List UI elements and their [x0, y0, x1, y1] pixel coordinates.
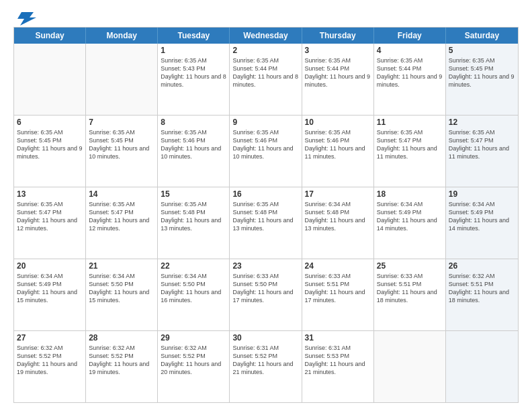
day-info: Sunrise: 6:35 AM Sunset: 5:46 PM Dayligh…	[232, 128, 298, 161]
day-number: 14	[89, 189, 154, 199]
day-info: Sunrise: 6:34 AM Sunset: 5:49 PM Dayligh…	[17, 272, 83, 305]
calendar-week-5: 27Sunrise: 6:32 AM Sunset: 5:52 PM Dayli…	[14, 331, 518, 402]
calendar-cell: 5Sunrise: 6:35 AM Sunset: 5:45 PM Daylig…	[446, 44, 518, 115]
day-info: Sunrise: 6:32 AM Sunset: 5:52 PM Dayligh…	[17, 344, 83, 377]
calendar-cell: 22Sunrise: 6:34 AM Sunset: 5:50 PM Dayli…	[158, 259, 230, 330]
logo-icon	[15, 11, 36, 26]
calendar-cell	[14, 44, 86, 115]
day-info: Sunrise: 6:34 AM Sunset: 5:50 PM Dayligh…	[89, 272, 154, 305]
day-info: Sunrise: 6:33 AM Sunset: 5:51 PM Dayligh…	[377, 272, 443, 305]
calendar-cell: 20Sunrise: 6:34 AM Sunset: 5:49 PM Dayli…	[14, 259, 86, 330]
day-number: 13	[17, 189, 83, 199]
calendar-cell: 7Sunrise: 6:35 AM Sunset: 5:45 PM Daylig…	[86, 116, 158, 187]
day-info: Sunrise: 6:35 AM Sunset: 5:47 PM Dayligh…	[377, 128, 443, 161]
calendar-cell: 30Sunrise: 6:31 AM Sunset: 5:52 PM Dayli…	[230, 331, 302, 402]
calendar-cell: 21Sunrise: 6:34 AM Sunset: 5:50 PM Dayli…	[86, 259, 158, 330]
calendar-cell: 9Sunrise: 6:35 AM Sunset: 5:46 PM Daylig…	[230, 116, 302, 187]
day-number: 11	[377, 118, 443, 127]
header	[13, 11, 519, 23]
calendar-header-friday: Friday	[374, 28, 446, 44]
day-number: 16	[232, 189, 298, 199]
calendar-cell: 4Sunrise: 6:35 AM Sunset: 5:44 PM Daylig…	[374, 44, 446, 115]
logo	[13, 11, 36, 23]
day-info: Sunrise: 6:35 AM Sunset: 5:44 PM Dayligh…	[232, 56, 298, 89]
calendar-header-tuesday: Tuesday	[158, 28, 230, 44]
calendar-cell: 12Sunrise: 6:35 AM Sunset: 5:47 PM Dayli…	[446, 116, 518, 187]
calendar-cell: 17Sunrise: 6:34 AM Sunset: 5:48 PM Dayli…	[302, 187, 374, 259]
day-info: Sunrise: 6:33 AM Sunset: 5:50 PM Dayligh…	[232, 272, 298, 305]
day-number: 12	[449, 118, 515, 127]
day-info: Sunrise: 6:35 AM Sunset: 5:43 PM Dayligh…	[161, 56, 226, 89]
calendar-week-3: 13Sunrise: 6:35 AM Sunset: 5:47 PM Dayli…	[14, 187, 518, 259]
day-info: Sunrise: 6:33 AM Sunset: 5:51 PM Dayligh…	[305, 272, 371, 305]
day-number: 1	[161, 46, 226, 55]
day-number: 27	[17, 333, 83, 342]
calendar-cell: 10Sunrise: 6:35 AM Sunset: 5:46 PM Dayli…	[302, 116, 374, 187]
day-number: 25	[377, 261, 443, 271]
day-info: Sunrise: 6:34 AM Sunset: 5:49 PM Dayligh…	[377, 200, 443, 233]
day-number: 21	[89, 261, 154, 271]
calendar-cell: 14Sunrise: 6:35 AM Sunset: 5:47 PM Dayli…	[86, 187, 158, 259]
day-info: Sunrise: 6:35 AM Sunset: 5:47 PM Dayligh…	[17, 200, 83, 233]
calendar-cell: 28Sunrise: 6:32 AM Sunset: 5:52 PM Dayli…	[86, 331, 158, 402]
calendar-cell: 6Sunrise: 6:35 AM Sunset: 5:45 PM Daylig…	[14, 116, 86, 187]
day-info: Sunrise: 6:35 AM Sunset: 5:45 PM Dayligh…	[449, 56, 515, 89]
day-number: 23	[232, 261, 298, 271]
day-info: Sunrise: 6:35 AM Sunset: 5:46 PM Dayligh…	[305, 128, 371, 161]
day-number: 29	[161, 333, 226, 342]
day-number: 30	[232, 333, 298, 342]
calendar-header: SundayMondayTuesdayWednesdayThursdayFrid…	[14, 28, 518, 44]
day-info: Sunrise: 6:35 AM Sunset: 5:47 PM Dayligh…	[89, 200, 154, 233]
calendar-header-monday: Monday	[86, 28, 158, 44]
calendar-cell: 8Sunrise: 6:35 AM Sunset: 5:46 PM Daylig…	[158, 116, 230, 187]
calendar-week-4: 20Sunrise: 6:34 AM Sunset: 5:49 PM Dayli…	[14, 259, 518, 331]
day-info: Sunrise: 6:32 AM Sunset: 5:51 PM Dayligh…	[449, 272, 515, 305]
calendar-cell: 25Sunrise: 6:33 AM Sunset: 5:51 PM Dayli…	[374, 259, 446, 330]
calendar-cell	[86, 44, 158, 115]
day-info: Sunrise: 6:35 AM Sunset: 5:44 PM Dayligh…	[305, 56, 371, 89]
day-number: 15	[161, 189, 226, 199]
day-info: Sunrise: 6:35 AM Sunset: 5:44 PM Dayligh…	[377, 56, 443, 89]
calendar-header-thursday: Thursday	[302, 28, 374, 44]
calendar-cell: 15Sunrise: 6:35 AM Sunset: 5:48 PM Dayli…	[158, 187, 230, 259]
day-number: 10	[305, 118, 371, 127]
calendar-cell: 29Sunrise: 6:32 AM Sunset: 5:52 PM Dayli…	[158, 331, 230, 402]
day-info: Sunrise: 6:34 AM Sunset: 5:49 PM Dayligh…	[449, 200, 515, 233]
calendar-cell	[446, 331, 518, 402]
day-number: 28	[89, 333, 154, 342]
day-info: Sunrise: 6:35 AM Sunset: 5:47 PM Dayligh…	[449, 128, 515, 161]
day-number: 31	[305, 333, 371, 342]
day-number: 17	[305, 189, 371, 199]
calendar-cell: 11Sunrise: 6:35 AM Sunset: 5:47 PM Dayli…	[374, 116, 446, 187]
calendar: SundayMondayTuesdayWednesdayThursdayFrid…	[13, 27, 519, 403]
calendar-header-saturday: Saturday	[446, 28, 518, 44]
day-info: Sunrise: 6:32 AM Sunset: 5:52 PM Dayligh…	[161, 344, 226, 377]
day-number: 9	[232, 118, 298, 127]
day-info: Sunrise: 6:35 AM Sunset: 5:45 PM Dayligh…	[89, 128, 154, 161]
calendar-cell: 13Sunrise: 6:35 AM Sunset: 5:47 PM Dayli…	[14, 187, 86, 259]
day-number: 24	[305, 261, 371, 271]
day-number: 6	[17, 118, 83, 127]
calendar-cell: 2Sunrise: 6:35 AM Sunset: 5:44 PM Daylig…	[230, 44, 302, 115]
day-number: 4	[377, 46, 443, 55]
svg-marker-0	[17, 12, 36, 26]
day-info: Sunrise: 6:35 AM Sunset: 5:45 PM Dayligh…	[17, 128, 83, 161]
calendar-cell: 23Sunrise: 6:33 AM Sunset: 5:50 PM Dayli…	[230, 259, 302, 330]
day-number: 26	[449, 261, 515, 271]
day-info: Sunrise: 6:31 AM Sunset: 5:52 PM Dayligh…	[232, 344, 298, 377]
day-info: Sunrise: 6:34 AM Sunset: 5:48 PM Dayligh…	[305, 200, 371, 233]
calendar-cell: 26Sunrise: 6:32 AM Sunset: 5:51 PM Dayli…	[446, 259, 518, 330]
day-info: Sunrise: 6:35 AM Sunset: 5:48 PM Dayligh…	[232, 200, 298, 233]
day-info: Sunrise: 6:35 AM Sunset: 5:46 PM Dayligh…	[161, 128, 226, 161]
day-info: Sunrise: 6:34 AM Sunset: 5:50 PM Dayligh…	[161, 272, 226, 305]
calendar-header-sunday: Sunday	[14, 28, 86, 44]
day-number: 20	[17, 261, 83, 271]
calendar-cell: 1Sunrise: 6:35 AM Sunset: 5:43 PM Daylig…	[158, 44, 230, 115]
calendar-cell: 3Sunrise: 6:35 AM Sunset: 5:44 PM Daylig…	[302, 44, 374, 115]
day-number: 2	[232, 46, 298, 55]
calendar-cell: 27Sunrise: 6:32 AM Sunset: 5:52 PM Dayli…	[14, 331, 86, 402]
day-number: 7	[89, 118, 154, 127]
calendar-week-2: 6Sunrise: 6:35 AM Sunset: 5:45 PM Daylig…	[14, 116, 518, 187]
page: SundayMondayTuesdayWednesdayThursdayFrid…	[0, 0, 532, 411]
day-info: Sunrise: 6:31 AM Sunset: 5:53 PM Dayligh…	[305, 344, 371, 377]
